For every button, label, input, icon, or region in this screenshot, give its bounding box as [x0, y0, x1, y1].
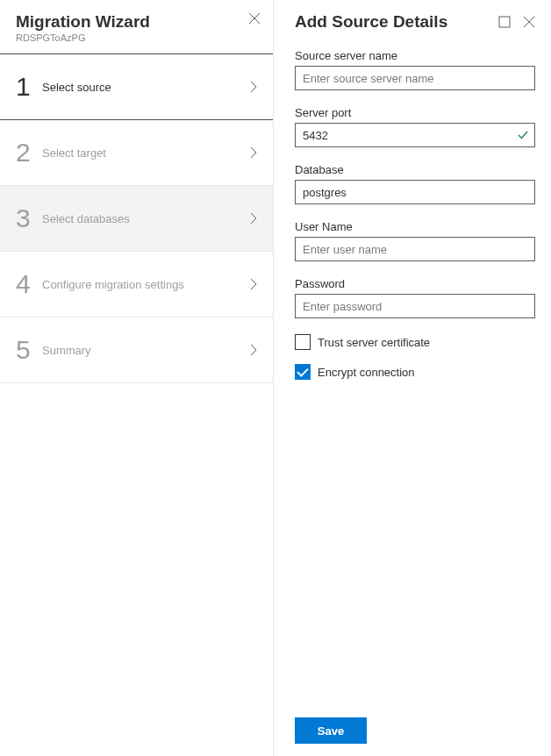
step-label: Select target: [42, 146, 250, 160]
source-server-label: Source server name: [295, 49, 535, 62]
source-server-input[interactable]: [295, 66, 535, 90]
details-panel: Add Source Details Source server name Se…: [274, 0, 551, 756]
encrypt-label: Encrypt connection: [318, 366, 415, 379]
server-port-input[interactable]: [295, 123, 535, 147]
user-name-input[interactable]: [295, 237, 535, 261]
details-title: Add Source Details: [295, 12, 498, 32]
database-input[interactable]: [295, 180, 535, 204]
details-header: Add Source Details: [295, 12, 535, 32]
encrypt-checkbox-row[interactable]: Encrypt connection: [295, 364, 535, 380]
trust-cert-checkbox-row[interactable]: Trust server certificate: [295, 334, 535, 350]
step-label: Select databases: [42, 212, 250, 225]
database-label: Database: [295, 163, 535, 176]
step-number: 5: [16, 337, 42, 363]
step-label: Configure migration settings: [42, 278, 250, 291]
wizard-steps: 1Select source2Select target3Select data…: [0, 53, 273, 383]
source-server-group: Source server name: [295, 49, 535, 90]
details-header-actions: [498, 16, 535, 28]
step-number: 3: [16, 205, 42, 232]
step-number: 2: [16, 139, 42, 166]
wizard-subtitle: RDSPGToAzPG: [16, 32, 257, 43]
step-number: 4: [16, 271, 42, 297]
wizard-step-3[interactable]: 3Select databases: [0, 186, 273, 252]
step-label: Summary: [42, 344, 250, 357]
chevron-right-icon: [250, 212, 257, 225]
details-footer: Save: [295, 717, 535, 744]
server-port-label: Server port: [295, 106, 535, 119]
wizard-step-1[interactable]: 1Select source: [0, 53, 273, 120]
step-label: Select source: [42, 81, 250, 94]
wizard-step-4[interactable]: 4Configure migration settings: [0, 252, 273, 317]
wizard-panel: Migration Wizard RDSPGToAzPG 1Select sou…: [0, 0, 274, 756]
user-name-label: User Name: [295, 220, 535, 233]
wizard-step-2[interactable]: 2Select target: [0, 120, 273, 186]
chevron-right-icon: [250, 81, 257, 93]
step-number: 1: [16, 74, 42, 100]
password-label: Password: [295, 277, 535, 290]
close-icon[interactable]: [248, 12, 261, 25]
save-button[interactable]: Save: [295, 717, 367, 744]
trust-cert-label: Trust server certificate: [318, 336, 430, 349]
encrypt-checkbox[interactable]: [295, 364, 311, 380]
trust-cert-checkbox[interactable]: [295, 334, 311, 350]
wizard-header: Migration Wizard RDSPGToAzPG: [0, 0, 273, 53]
database-group: Database: [295, 163, 535, 204]
chevron-right-icon: [250, 344, 257, 356]
restore-icon[interactable]: [498, 16, 511, 28]
user-name-group: User Name: [295, 220, 535, 261]
password-input[interactable]: [295, 294, 535, 318]
svg-rect-0: [499, 17, 510, 27]
chevron-right-icon: [250, 146, 257, 159]
close-icon[interactable]: [523, 16, 535, 28]
password-group: Password: [295, 277, 535, 318]
wizard-title: Migration Wizard: [16, 12, 257, 32]
wizard-step-5[interactable]: 5Summary: [0, 317, 273, 383]
chevron-right-icon: [250, 278, 257, 290]
server-port-group: Server port: [295, 106, 535, 147]
